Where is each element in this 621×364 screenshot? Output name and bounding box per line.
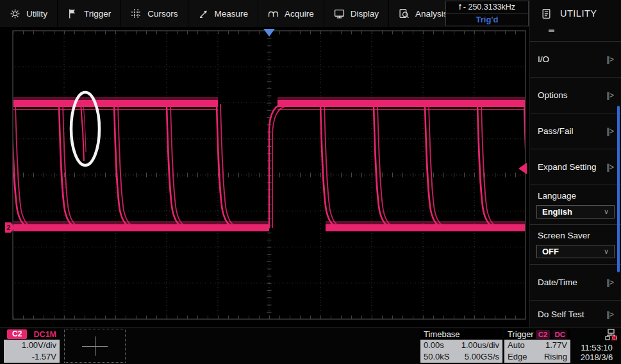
menu-cursors-label: Cursors bbox=[147, 9, 178, 19]
language-dropdown[interactable]: English ∨ bbox=[536, 205, 615, 219]
panel-item-io[interactable]: I/O ∥> bbox=[530, 42, 621, 78]
channel2-badge: C2 bbox=[7, 329, 27, 339]
trigger-status: Trig'd bbox=[446, 13, 528, 26]
channel2-marker-label: 2 bbox=[7, 224, 11, 231]
menu-measure[interactable]: Measure bbox=[188, 0, 259, 27]
screen-saver-section: Screen Saver OFF ∨ bbox=[530, 225, 621, 265]
screen-saver-value: OFF bbox=[542, 247, 559, 256]
language-value: English bbox=[542, 207, 572, 217]
add-channel-placeholder[interactable] bbox=[64, 329, 126, 363]
panel-item-label: Options bbox=[538, 90, 568, 100]
panel-scrolled-item[interactable] bbox=[530, 27, 621, 42]
panel-item-do-self-test[interactable]: Do Self Test ∥> bbox=[530, 301, 621, 327]
panel-item-expand-setting[interactable]: Expand Setting ∥> bbox=[530, 149, 621, 185]
panel-header: UTILITY bbox=[530, 0, 621, 27]
menu-acquire[interactable]: Acquire bbox=[258, 0, 324, 27]
channel2-scale: 1.00V/div bbox=[22, 340, 56, 351]
panel-item-pass-fail[interactable]: Pass/Fail ∥> bbox=[530, 113, 621, 149]
flag-icon bbox=[67, 8, 78, 19]
screen-saver-label: Screen Saver bbox=[530, 229, 621, 245]
frequency-counter: f - 250.3133kHz Trig'd bbox=[445, 1, 529, 26]
menu-acquire-label: Acquire bbox=[285, 9, 314, 19]
scrolled-item-remnant bbox=[549, 29, 554, 32]
panel-item-label: Date/Time bbox=[538, 277, 577, 287]
language-label: Language bbox=[530, 190, 621, 205]
analysis-icon bbox=[399, 8, 410, 19]
scope-display-area: 2 bbox=[0, 27, 529, 327]
panel-scrollbar[interactable] bbox=[617, 106, 620, 272]
panel-title: UTILITY bbox=[560, 8, 597, 19]
panel-item-label: I/O bbox=[538, 54, 549, 64]
display-icon bbox=[334, 8, 345, 19]
time-display: 11:53:10 bbox=[572, 343, 621, 352]
chevron-down-icon: ∨ bbox=[604, 247, 609, 256]
channel2-offset: -1.57V bbox=[32, 352, 56, 362]
trigger-type: Edge bbox=[508, 352, 527, 362]
gear-icon bbox=[10, 8, 21, 19]
menu-trigger[interactable]: Trigger bbox=[58, 0, 121, 27]
menu-utility-label: Utility bbox=[26, 9, 47, 19]
trigger-title: Trigger bbox=[508, 329, 534, 339]
channel2-coupling: DC1M bbox=[34, 330, 56, 339]
trigger-source-badge: C2 bbox=[536, 330, 551, 339]
trigger-level: 1.77V bbox=[545, 340, 567, 351]
submenu-arrow-icon: ∥> bbox=[606, 90, 613, 100]
panel-item-label: Pass/Fail bbox=[538, 126, 574, 136]
bottom-info-bar: C2 DC1M 1.00V/div -1.57V Timebase 0.00s … bbox=[0, 327, 621, 364]
clock-area: 11:53:10 2018/3/6 bbox=[572, 329, 621, 363]
panel-item-label: Expand Setting bbox=[538, 162, 597, 172]
frequency-readout: f - 250.3133kHz bbox=[446, 1, 528, 13]
submenu-arrow-icon: ∥> bbox=[606, 162, 613, 172]
panel-item-label: Do Self Test bbox=[538, 310, 584, 319]
panel-item-date-time[interactable]: Date/Time ∥> bbox=[530, 265, 621, 301]
list-icon bbox=[541, 8, 552, 19]
submenu-arrow-icon: ∥> bbox=[606, 54, 613, 64]
timebase-title: Timebase bbox=[424, 329, 460, 339]
menu-display[interactable]: Display bbox=[324, 0, 389, 27]
menu-analysis-label: Analysis bbox=[415, 9, 447, 19]
menu-utility[interactable]: Utility bbox=[0, 0, 58, 27]
submenu-arrow-icon: ∥> bbox=[606, 277, 613, 287]
submenu-arrow-icon: ∥> bbox=[606, 310, 613, 319]
scope-display: 2 bbox=[0, 27, 529, 327]
timebase-scale: 1.00us/div bbox=[461, 340, 499, 351]
trigger-level-marker[interactable] bbox=[518, 163, 527, 174]
oscilloscope-screen: Utility Trigger Cursors Measure Acquire … bbox=[0, 0, 621, 364]
trigger-box[interactable]: Trigger C2 DC Auto 1.77V Edge Rising bbox=[504, 329, 570, 363]
acquire-icon bbox=[268, 8, 279, 19]
utility-panel: UTILITY I/O ∥> Options ∥> Pass/Fail ∥> E… bbox=[529, 0, 621, 327]
channel2-descriptor-box[interactable]: C2 DC1M 1.00V/div -1.57V bbox=[4, 329, 60, 363]
language-section: Language English ∨ bbox=[530, 185, 621, 225]
timebase-delay: 0.00s bbox=[424, 340, 444, 351]
submenu-arrow-icon: ∥> bbox=[606, 126, 613, 136]
trigger-mode: Auto bbox=[508, 340, 525, 351]
measure-icon bbox=[198, 8, 209, 19]
network-disconnected-icon bbox=[605, 329, 617, 341]
chevron-down-icon: ∨ bbox=[604, 208, 609, 216]
plus-icon bbox=[95, 336, 95, 356]
date-display: 2018/3/6 bbox=[572, 352, 621, 362]
panel-item-options[interactable]: Options ∥> bbox=[530, 78, 621, 113]
timebase-rate: 5.00GS/s bbox=[465, 352, 499, 362]
menu-cursors[interactable]: Cursors bbox=[121, 0, 188, 27]
menu-trigger-label: Trigger bbox=[84, 9, 111, 19]
timebase-box[interactable]: Timebase 0.00s 1.00us/div 50.0kS 5.00GS/… bbox=[420, 329, 502, 363]
timebase-samples: 50.0kS bbox=[424, 352, 449, 362]
screen-saver-dropdown[interactable]: OFF ∨ bbox=[536, 245, 615, 258]
menu-measure-label: Measure bbox=[215, 9, 249, 19]
menu-display-label: Display bbox=[351, 9, 379, 19]
trigger-position-marker[interactable] bbox=[263, 29, 275, 37]
trigger-coupling-badge: DC bbox=[552, 330, 567, 339]
trigger-slope: Rising bbox=[544, 352, 567, 362]
cursors-icon bbox=[131, 8, 142, 19]
